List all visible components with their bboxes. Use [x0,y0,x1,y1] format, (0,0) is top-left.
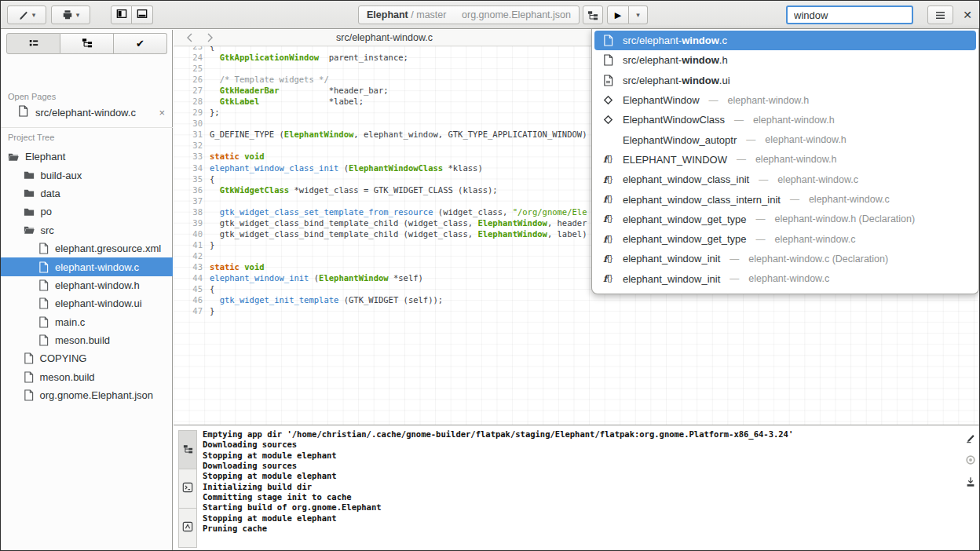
tree-item[interactable]: elephant-window.ui [1,294,173,312]
tree-item[interactable]: elephant-window.h [1,276,173,294]
search-result-item[interactable]: f{}elephant_window_class_init—elephant-w… [594,170,976,189]
menu-button[interactable] [927,5,953,24]
search-result-item[interactable]: f{}ELEPHANT_WINDOW—elephant-window.h [594,150,976,170]
folder-open-icon [24,225,35,235]
search-result-item[interactable]: src/elephant-window.h [594,50,976,70]
result-separator: — [730,273,739,284]
search-result-item[interactable]: ElephantWindow_autoptr—elephant-window.h [594,130,976,149]
search-result-item[interactable]: f{}elephant_window_class_intern_init—ele… [594,189,976,209]
line-number: 37 [174,195,210,206]
file-icon [24,371,34,383]
run-button-group: ▶ ▾ [607,5,648,24]
build-log[interactable]: Emptying app dir '/home/christian/.cache… [203,429,956,534]
class-icon [602,95,614,105]
line-number: 44 [174,272,210,283]
toggle-bottom-panel-button[interactable] [132,5,153,24]
tree-item[interactable]: meson.build [1,331,173,349]
result-title: ELEPHANT_WINDOW [623,154,727,166]
log-line: Initializing build dir [203,482,956,492]
result-title: ElephantWindow [623,94,700,106]
tree-item[interactable]: COPYING [1,349,173,367]
editor-file-title: src/elephant-window.c [174,32,595,43]
tree-item[interactable]: elephant-window.c [1,257,173,276]
file-icon [38,243,49,254]
search-result-item[interactable]: f{}elephant_window_get_type—elephant-win… [594,229,976,249]
tree-item-label: main.c [55,316,85,328]
open-pages-header: Open Pages [8,92,56,101]
folder-open-icon [8,152,19,162]
line-number: 27 [174,85,210,96]
download-icon [965,476,976,490]
run-button[interactable]: ▶ [607,5,629,24]
search-result-item[interactable]: f{}elephant_window_init—elephant-window.… [594,249,976,268]
tab-build-targets[interactable] [60,33,114,54]
function-icon: f{} [602,254,614,265]
result-location: elephant-window.c [775,234,856,245]
tree-item-label: elephant-window.c [55,261,139,273]
omnibar-config: org.gnome.Elephant.json [462,9,571,20]
open-page-item[interactable]: src/elephant-window.c × [1,103,173,122]
search-input[interactable] [786,5,913,24]
search-result-item[interactable]: ElephantWindow—elephant-window.h [594,90,976,110]
folder-icon [24,207,35,217]
line-number: 46 [174,294,210,305]
line-number: 34 [174,162,210,173]
header-bar: ▾ ▾ Elephant / master org.gnome.Elephant… [1,1,979,29]
class-icon [602,115,614,125]
tree-item-label: elephant-window.ui [55,297,142,309]
function-icon: f{} [602,154,614,165]
result-title: src/elephant-window.c [623,35,727,46]
result-location: elephant-window.h [765,134,847,145]
tree-item[interactable]: main.c [1,313,173,331]
run-options-dropdown[interactable]: ▾ [629,5,648,24]
close-window-button[interactable]: ✕ [957,5,978,24]
tree-item[interactable]: meson.build [1,368,173,386]
build-pipeline-button[interactable] [583,5,603,24]
export-dropdown-button[interactable]: ▾ [51,5,90,24]
file-icon [18,105,28,119]
toggle-left-panel-button[interactable] [111,5,132,24]
search-result-item[interactable]: f{}elephant_window_init—elephant-window.… [594,269,976,289]
build-tree-icon [587,10,598,20]
result-separator: — [734,115,744,126]
tree-item-label: meson.build [40,371,95,383]
result-title: elephant_window_get_type [623,233,747,245]
build-tree-icon [183,444,193,456]
result-title: elephant_window_class_init [623,173,749,185]
log-line: Downloading sources [203,440,956,450]
tab-todo[interactable]: ✔ [114,33,167,54]
close-page-icon[interactable]: × [159,107,165,119]
gnome-builder-window: ▾ ▾ Elephant / master org.gnome.Elephant… [0,0,980,551]
result-separator: — [759,174,768,185]
tree-item[interactable]: Elephant [1,148,173,166]
search-result-item[interactable]: f{}elephant_window_get_type—elephant-win… [594,210,976,229]
build-tree-icon [82,38,93,50]
log-line: Downloading sources [203,461,956,471]
result-separator: — [737,154,746,165]
record-log-button[interactable] [964,454,978,468]
tree-item[interactable]: org.gnome.Elephant.json [1,386,173,404]
tab-build-output[interactable] [178,430,197,469]
tab-terminal[interactable] [178,469,197,509]
result-title: elephant_window_class_intern_init [623,194,781,206]
tab-runtime-terminal[interactable] [178,509,197,548]
chevron-down-icon: ▾ [76,11,80,19]
search-result-item[interactable]: src/elephant-window.c [594,31,976,50]
result-title: elephant_window_get_type [623,213,747,225]
tree-item[interactable]: po [1,203,173,221]
tree-item[interactable]: build-aux [1,166,173,184]
save-log-button[interactable] [964,476,978,490]
line-number: 28 [174,96,210,107]
search-result-item[interactable]: src/elephant-window.ui [594,71,976,90]
tree-item[interactable]: elephant.gresource.xml [1,239,173,257]
result-separator: — [709,95,719,106]
open-page-label: src/elephant-window.c [35,107,136,119]
search-result-item[interactable]: ElephantWindowClass—elephant-window.h [594,110,976,130]
edit-tool-dropdown-button[interactable]: ▾ [7,5,46,24]
omnibar-button[interactable]: Elephant / master org.gnome.Elephant.jso… [358,5,580,24]
line-number: 39 [174,217,210,228]
tree-item[interactable]: src [1,221,173,239]
tab-open-pages[interactable] [6,33,60,54]
tree-item[interactable]: data [1,184,173,203]
clear-log-button[interactable] [964,432,978,446]
